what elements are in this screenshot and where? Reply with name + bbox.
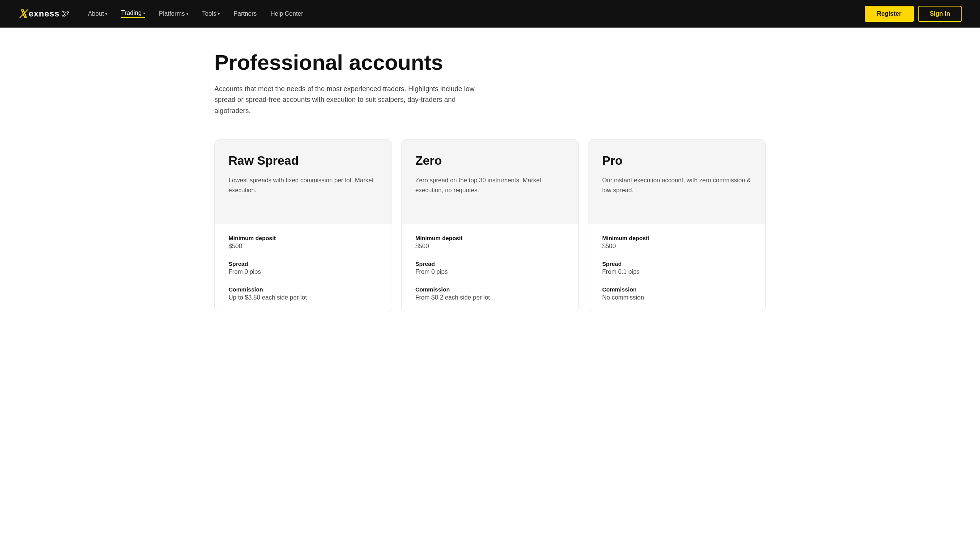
account-card-raw-spread: Raw Spread Lowest spreads with fixed com… (214, 140, 392, 312)
page-title: Professional accounts (214, 50, 766, 74)
detail-value-spread-raw: From 0 pips (229, 268, 378, 275)
detail-min-deposit-pro: Minimum deposit $500 (602, 235, 751, 250)
detail-value-commission-pro: No commission (602, 294, 751, 301)
nav-label-platforms: Platforms (159, 10, 185, 17)
detail-min-deposit-zero: Minimum deposit $500 (415, 235, 565, 250)
nav-item-partners[interactable]: Partners (234, 10, 256, 17)
detail-label-spread-pro: Spread (602, 260, 751, 267)
nav-item-help[interactable]: Help Center (271, 10, 303, 17)
detail-label-commission-raw: Commission (229, 286, 378, 293)
navbar-right: Register Sign in (865, 6, 962, 22)
nav-item-trading[interactable]: Trading ▾ (121, 10, 145, 18)
account-card-pro: Pro Our instant execution account, with … (588, 140, 766, 312)
chevron-down-icon: ▾ (105, 12, 107, 16)
nav-label-partners: Partners (234, 10, 256, 17)
card-name-zero: Zero (415, 153, 565, 168)
nav-item-about[interactable]: About ▾ (88, 10, 108, 17)
logo-x-icon: 𝕏 (18, 8, 27, 20)
detail-spread-pro: Spread From 0.1 pips (602, 260, 751, 275)
detail-label-min-deposit-zero: Minimum deposit (415, 235, 565, 241)
chevron-down-icon: ▾ (143, 11, 145, 15)
card-description-raw-spread: Lowest spreads with fixed commission per… (229, 175, 378, 195)
nav-link-partners[interactable]: Partners (234, 10, 256, 17)
detail-value-min-deposit-raw: $500 (229, 243, 378, 250)
navbar-left: 𝕏 exness 🕊 About ▾ Trading ▾ Platf (18, 8, 303, 20)
card-header-raw-spread: Raw Spread Lowest spreads with fixed com… (215, 140, 392, 224)
card-details-pro: Minimum deposit $500 Spread From 0.1 pip… (588, 224, 765, 312)
chevron-down-icon: ▾ (218, 12, 220, 16)
detail-label-spread-zero: Spread (415, 260, 565, 267)
nav-link-help[interactable]: Help Center (271, 10, 303, 17)
logo-icon: 𝕏 exness 🕊 (18, 8, 70, 20)
detail-value-commission-raw: Up to $3.50 each side per lot (229, 294, 378, 301)
account-card-zero: Zero Zero spread on the top 30 instrumen… (401, 140, 579, 312)
navbar: 𝕏 exness 🕊 About ▾ Trading ▾ Platf (0, 0, 980, 28)
nav-label-help: Help Center (271, 10, 303, 17)
card-details-raw-spread: Minimum deposit $500 Spread From 0 pips … (215, 224, 392, 312)
register-button[interactable]: Register (865, 6, 914, 22)
detail-label-spread-raw: Spread (229, 260, 378, 267)
chevron-down-icon: ▾ (186, 12, 188, 16)
card-header-zero: Zero Zero spread on the top 30 instrumen… (402, 140, 578, 224)
detail-label-commission-pro: Commission (602, 286, 751, 293)
detail-value-commission-zero: From $0.2 each side per lot (415, 294, 565, 301)
nav-label-tools: Tools (202, 10, 216, 17)
detail-label-min-deposit-raw: Minimum deposit (229, 235, 378, 241)
detail-value-min-deposit-zero: $500 (415, 243, 565, 250)
logo[interactable]: 𝕏 exness 🕊 (18, 8, 70, 20)
nav-link-trading[interactable]: Trading ▾ (121, 10, 145, 18)
nav-item-tools[interactable]: Tools ▾ (202, 10, 220, 17)
detail-commission-raw: Commission Up to $3.50 each side per lot (229, 286, 378, 301)
page-description: Accounts that meet the needs of the most… (214, 83, 475, 117)
detail-value-spread-zero: From 0 pips (415, 268, 565, 275)
card-description-pro: Our instant execution account, with zero… (602, 175, 751, 195)
detail-label-commission-zero: Commission (415, 286, 565, 293)
nav-item-platforms[interactable]: Platforms ▾ (159, 10, 188, 17)
signin-button[interactable]: Sign in (919, 6, 962, 22)
detail-spread-zero: Spread From 0 pips (415, 260, 565, 275)
nav-label-about: About (88, 10, 104, 17)
nav-link-tools[interactable]: Tools ▾ (202, 10, 220, 17)
logo-bird-icon: 🕊 (62, 10, 70, 18)
card-details-zero: Minimum deposit $500 Spread From 0 pips … (402, 224, 578, 312)
card-header-pro: Pro Our instant execution account, with … (588, 140, 765, 224)
nav-label-trading: Trading (121, 10, 142, 17)
detail-commission-zero: Commission From $0.2 each side per lot (415, 286, 565, 301)
main-content: Professional accounts Accounts that meet… (184, 28, 796, 343)
nav-link-about[interactable]: About ▾ (88, 10, 108, 17)
accounts-grid: Raw Spread Lowest spreads with fixed com… (214, 140, 766, 312)
detail-spread-raw: Spread From 0 pips (229, 260, 378, 275)
card-description-zero: Zero spread on the top 30 instruments. M… (415, 175, 565, 195)
detail-value-min-deposit-pro: $500 (602, 243, 751, 250)
detail-min-deposit-raw: Minimum deposit $500 (229, 235, 378, 250)
detail-commission-pro: Commission No commission (602, 286, 751, 301)
logo-text: exness (29, 9, 60, 19)
card-name-pro: Pro (602, 153, 751, 168)
nav-link-platforms[interactable]: Platforms ▾ (159, 10, 188, 17)
detail-value-spread-pro: From 0.1 pips (602, 268, 751, 275)
nav-links: About ▾ Trading ▾ Platforms ▾ Tools (88, 10, 303, 18)
card-name-raw-spread: Raw Spread (229, 153, 378, 168)
detail-label-min-deposit-pro: Minimum deposit (602, 235, 751, 241)
